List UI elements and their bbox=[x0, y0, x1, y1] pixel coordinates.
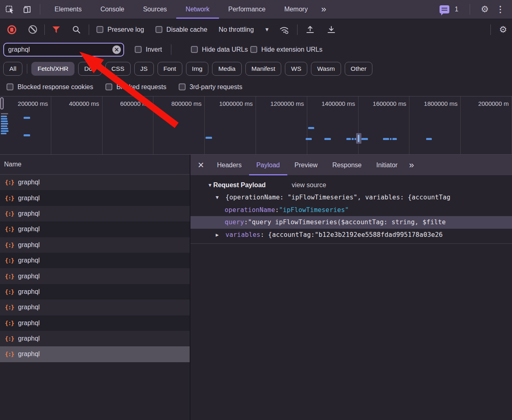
tab-memory[interactable]: Memory bbox=[275, 0, 317, 19]
chip-manifest[interactable]: Manifest bbox=[245, 62, 282, 76]
request-row[interactable]: {:}graphql bbox=[0, 315, 190, 331]
details-tab-preview[interactable]: Preview bbox=[287, 155, 325, 175]
request-row[interactable]: {:}graphql bbox=[0, 206, 190, 221]
record-network-log-icon[interactable] bbox=[7, 25, 16, 34]
request-row[interactable]: {:}graphql bbox=[0, 190, 190, 206]
more-panels-icon[interactable]: » bbox=[317, 4, 329, 15]
payload-tree-row[interactable]: operationName: "ipFlowTimeseries" bbox=[190, 204, 512, 217]
settings-gear-icon[interactable]: ⚙ bbox=[481, 4, 489, 15]
request-row[interactable]: {:}graphql bbox=[0, 331, 190, 346]
request-timeline-bar bbox=[1, 118, 7, 120]
hide-data-urls-checkbox[interactable] bbox=[191, 46, 198, 53]
tab-elements[interactable]: Elements bbox=[45, 0, 91, 19]
messages-icon[interactable] bbox=[438, 2, 451, 16]
tab-console[interactable]: Console bbox=[91, 0, 134, 19]
request-row[interactable]: {:}graphql bbox=[0, 346, 190, 362]
request-payload-section[interactable]: ▼ Request Payload view source bbox=[208, 182, 512, 189]
throttling-value: No throttling bbox=[219, 26, 254, 33]
network-filter-row: graphql ✕ Invert Hide data URLs Hide ext… bbox=[0, 39, 512, 59]
tab-performance[interactable]: Performance bbox=[219, 0, 275, 19]
chip-img[interactable]: Img bbox=[186, 62, 209, 76]
collapsed-triangle-icon[interactable]: ▶ bbox=[216, 232, 225, 238]
request-type-filters: AllFetch/XHRDocCSSJSFontImgMediaManifest… bbox=[0, 59, 512, 78]
overview-drag-handle[interactable] bbox=[0, 97, 4, 109]
network-settings-gear-icon[interactable]: ⚙ bbox=[499, 24, 507, 35]
request-name: graphql bbox=[18, 304, 39, 311]
divider bbox=[297, 24, 298, 35]
timeline-tick-label: 2000000 m bbox=[461, 96, 512, 154]
import-har-icon[interactable] bbox=[305, 24, 315, 35]
chip-fetch-xhr[interactable]: Fetch/XHR bbox=[31, 62, 74, 76]
request-row[interactable]: {:}graphql bbox=[0, 253, 190, 268]
request-rows: {:}graphql{:}graphql{:}graphql{:}graphql… bbox=[0, 175, 190, 362]
clear-network-log-icon[interactable] bbox=[28, 25, 37, 34]
chip-css[interactable]: CSS bbox=[105, 62, 131, 76]
filter-input[interactable]: graphql ✕ bbox=[3, 43, 124, 57]
timeline-tick-label: 1400000 ms bbox=[307, 96, 359, 154]
details-tab-payload[interactable]: Payload bbox=[249, 155, 287, 175]
chip-doc[interactable]: Doc bbox=[78, 62, 102, 76]
payload-key: variables bbox=[225, 231, 260, 238]
divider bbox=[490, 24, 491, 35]
search-icon[interactable] bbox=[72, 25, 81, 35]
json-braces-icon: {:} bbox=[5, 273, 14, 280]
more-details-tabs-icon[interactable]: » bbox=[405, 155, 417, 175]
inspect-element-icon[interactable] bbox=[3, 2, 17, 16]
blocked-response-cookies-checkbox[interactable] bbox=[7, 83, 13, 90]
clear-filter-icon[interactable]: ✕ bbox=[112, 45, 121, 54]
expanded-triangle-icon[interactable]: ▼ bbox=[216, 195, 225, 200]
preserve-log-checkbox[interactable] bbox=[96, 26, 103, 33]
json-braces-icon: {:} bbox=[5, 226, 14, 232]
payload-tree-row[interactable]: ▶variables: {accountTag: "b12e3b2192ee55… bbox=[190, 229, 512, 241]
request-timeline-bar bbox=[361, 138, 368, 140]
json-braces-icon: {:} bbox=[5, 195, 14, 201]
request-row[interactable]: {:}graphql bbox=[0, 284, 190, 300]
request-timeline-bar bbox=[426, 138, 432, 140]
request-name: graphql bbox=[18, 257, 39, 264]
timeline-tick-label: 600000 ms bbox=[103, 96, 154, 154]
tab-network[interactable]: Network bbox=[176, 0, 219, 19]
tab-sources[interactable]: Sources bbox=[133, 0, 176, 19]
chip-font[interactable]: Font bbox=[158, 62, 182, 76]
details-tab-initiator[interactable]: Initiator bbox=[369, 155, 405, 175]
toggle-device-toolbar-icon[interactable] bbox=[20, 2, 34, 16]
details-tab-response[interactable]: Response bbox=[325, 155, 369, 175]
chip-all[interactable]: All bbox=[3, 62, 22, 76]
devtools-tabbar: ElementsConsoleSourcesNetworkPerformance… bbox=[0, 0, 512, 19]
request-row[interactable]: {:}graphql bbox=[0, 221, 190, 237]
view-source-link[interactable]: view source bbox=[292, 182, 326, 189]
request-row[interactable]: {:}graphql bbox=[0, 300, 190, 315]
request-row[interactable]: {:}graphql bbox=[0, 268, 190, 284]
chip-other[interactable]: Other bbox=[345, 62, 373, 76]
chip-ws[interactable]: WS bbox=[285, 62, 307, 76]
network-conditions-icon[interactable] bbox=[278, 25, 290, 35]
panel-tabs: ElementsConsoleSourcesNetworkPerformance… bbox=[45, 0, 317, 19]
timeline-tick-label: 1800000 ms bbox=[409, 96, 461, 154]
payload-value: "query ipFlowTimeseries($accountTag: str… bbox=[248, 219, 446, 226]
chip-media[interactable]: Media bbox=[212, 62, 241, 76]
payload-tree-row[interactable]: query: "query ipFlowTimeseries($accountT… bbox=[190, 216, 512, 229]
request-row[interactable]: {:}graphql bbox=[0, 237, 190, 253]
filter-funnel-icon[interactable] bbox=[52, 26, 60, 33]
throttling-dropdown[interactable]: No throttling ▼ bbox=[219, 26, 269, 33]
export-har-icon[interactable] bbox=[326, 24, 337, 35]
chip-wasm[interactable]: Wasm bbox=[311, 62, 341, 76]
third-party-requests-checkbox[interactable] bbox=[179, 83, 186, 90]
close-details-icon[interactable]: × bbox=[190, 155, 210, 175]
name-column-header[interactable]: Name bbox=[0, 155, 190, 175]
hide-extension-urls-checkbox[interactable] bbox=[250, 46, 257, 53]
timeline-tick-label: 1600000 ms bbox=[359, 96, 410, 154]
payload-value: : bbox=[244, 219, 248, 226]
request-payload-title: Request Payload bbox=[213, 182, 266, 189]
divider bbox=[44, 24, 45, 35]
chip-js[interactable]: JS bbox=[134, 62, 154, 76]
request-row[interactable]: {:}graphql bbox=[0, 175, 190, 190]
blocked-requests-label: Blocked requests bbox=[116, 83, 166, 91]
network-overview-timeline[interactable]: 200000 ms400000 ms600000 ms800000 ms1000… bbox=[0, 96, 512, 155]
invert-checkbox[interactable] bbox=[135, 46, 142, 53]
kebab-menu-icon[interactable]: ⋮ bbox=[494, 4, 506, 14]
payload-tree-row[interactable]: ▼{operationName: "ipFlowTimeseries", var… bbox=[190, 191, 512, 204]
blocked-requests-checkbox[interactable] bbox=[105, 83, 112, 90]
disable-cache-checkbox[interactable] bbox=[155, 26, 162, 33]
details-tab-headers[interactable]: Headers bbox=[210, 155, 249, 175]
